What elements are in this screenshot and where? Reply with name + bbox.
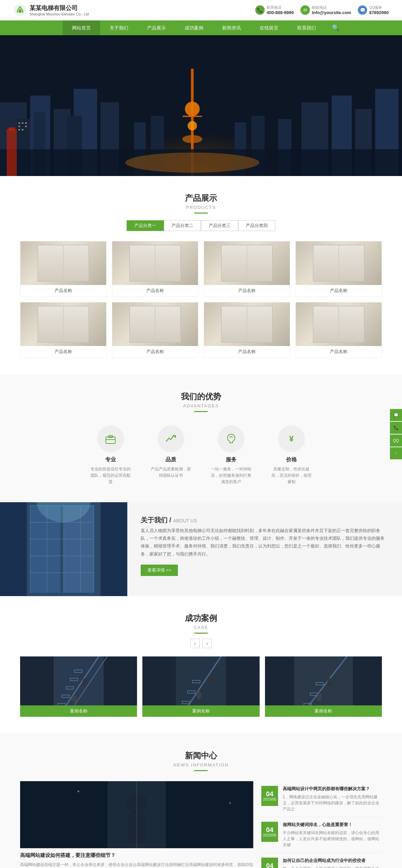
news-main-title: 高端网站建设如何搭建，要注意哪些细节？ [20,852,253,859]
product-img-7 [296,302,381,346]
nav-link-home[interactable]: 网站首页 [63,21,100,35]
product-tab-1[interactable]: 产品分类二 [164,220,201,231]
news-item-desc-2: 每一个企业都有一个推动整体上的目标，拥有优势企业网站是推动企业的上的标志。但是什… [283,866,382,868]
svg-point-87 [316,693,322,701]
news-item-0[interactable]: 04 2023/05 高端网站设计中网页的那都有哪些解决方案？ 1、网络建设过企… [261,781,382,817]
cases-section: 成功案例 CASE ‹ › [0,596,402,734]
product-tab-3[interactable]: 产品分类四 [238,220,275,231]
adv-item-1: 品质 产品产品质量检测，获得国际认证书 [151,426,191,486]
case-grid: 案例名称 案例名称 [20,656,382,717]
product-name-7: 产品名称 [296,346,381,358]
svg-rect-32 [22,129,24,130]
nav-link-message[interactable]: 在线留言 [250,21,288,35]
product-tab-0[interactable]: 产品分类一 [127,220,164,231]
adv-desc-3: 高量定制，性价比超高，灵活的报价，按照量制 [271,466,311,486]
product-tab-2[interactable]: 产品分类三 [201,220,238,231]
news-date-box-2: 04 2023/05 [261,858,278,868]
nav-link-contact[interactable]: 联系我们 [288,21,325,35]
nav-link-about[interactable]: 关于我们 [100,21,138,35]
nav-link-news[interactable]: 新闻资讯 [213,21,250,35]
adv-item-0: 专业 专业的前提信任专业的团队，规范的运营高配置 [91,426,131,486]
phone-label: 联系电话 [267,5,294,10]
advantages-title-line [194,411,208,412]
nav-item-cases[interactable]: 成功案例 [175,21,213,35]
contact-phone: 📞 联系电话 400-888-9999 [255,5,294,15]
adv-desc-1: 产品产品质量检测，获得国际认证书 [151,466,191,479]
product-card-4[interactable]: 产品名称 [20,302,106,358]
case-card-2[interactable]: 案例名称 [265,656,382,717]
svg-rect-30 [25,126,27,127]
products-heading-en: PRODUCTS [20,205,382,210]
advantages-heading-en: ADVANTAGES [20,403,382,408]
nav-list: 网站首页 关于我们 产品展示 成功案例 新闻资讯 在线留言 联系我们 [63,21,325,35]
product-card-5[interactable]: 产品名称 [112,302,198,358]
product-card-0[interactable]: 产品名称 [20,241,106,297]
svg-point-77 [196,691,201,699]
news-day-1: 04 [261,827,278,833]
case-next-btn[interactable]: › [202,639,212,648]
advantages-grid: 专业 专业的前提信任专业的团队，规范的运营高配置 品质 产品产品质量检测，获得国… [20,426,382,486]
news-item-title-0: 高端网站设计中网页的那都有哪些解决方案？ [283,786,382,792]
qq-label: QQ服务 [369,5,389,10]
case-label-2: 案例名称 [265,705,382,717]
header-top: 某某电梯有限公司 Shanghai Moumou Elevator Co., L… [0,0,402,21]
product-card-1[interactable]: 产品名称 [112,241,198,297]
product-card-3[interactable]: 产品名称 [296,241,382,297]
nav-link-cases[interactable]: 成功案例 [175,21,213,35]
product-card-2[interactable]: 产品名称 [204,241,290,297]
svg-point-15 [185,101,200,116]
case-card-0[interactable]: 案例名称 [20,656,137,717]
advantages-section: 我们的优势 ADVANTAGES 专业 专业的前提信任专业的团队，规范的运营高配… [0,374,402,502]
products-title: 产品展示 PRODUCTS [20,193,382,214]
about-image [0,502,127,596]
cases-title-line [194,633,208,634]
product-img-4 [21,302,106,346]
about-more-btn[interactable]: 查看详情 >> [141,565,178,576]
adv-icon-price: ¥ [278,426,305,452]
case-prev-btn[interactable]: ‹ [190,639,200,648]
sidebar-btn-top[interactable]: ↑ [390,447,402,459]
product-card-7[interactable]: 产品名称 [296,302,382,358]
news-item-title-2: 如何让自己的企业网站成为行业中的佼佼者 [283,858,382,864]
sidebar-btn-qq[interactable]: QQ [390,434,402,446]
logo-text: 某某电梯有限公司 Shanghai Moumou Elevator Co., L… [30,4,89,16]
product-img-2 [204,241,290,285]
product-name-3: 产品名称 [296,285,381,297]
search-icon[interactable]: 🔍 [332,24,339,32]
product-img-3 [296,241,381,285]
news-item-1[interactable]: 04 2023/05 做网站关键词排名，心急是重要害！ 不少网站有关键词在网站未… [261,817,382,853]
news-item-desc-0: 1、网络建设过企业金融核心化，一企强先先用网站建立，运营发展多于对待网络的建设，… [283,794,382,812]
product-card-6[interactable]: 产品名称 [204,302,290,358]
news-title-line [194,770,208,771]
products-heading: 产品展示 [20,193,382,204]
sidebar-btn-phone[interactable]: 📞 [390,422,402,434]
product-img-6 [204,302,290,346]
company-name-en: Shanghai Moumou Elevator Co., Ltd [30,12,89,16]
svg-point-17 [182,135,202,143]
nav-item-news[interactable]: 新闻资讯 [213,21,250,35]
qq-value: 87892990 [369,10,389,15]
sidebar-btn-chat[interactable]: 💬 [390,409,402,421]
case-card-1[interactable]: 案例名称 [142,656,259,717]
adv-desc-2: 一站一服务，一对待响应，好把服务做到打奥满意的客户 [211,466,251,486]
svg-point-34 [125,153,259,173]
news-item-2[interactable]: 04 2023/05 如何让自己的企业网站成为行业中的佼佼者 每一个企业都有一个… [261,853,382,868]
news-month-1: 2023/05 [261,833,278,837]
product-img-0 [21,241,106,285]
nav-item-products[interactable]: 产品展示 [138,21,175,35]
news-item-desc-1: 不少网站有关键词在网站未能到达前，讲心化专心的用人之事，人发出许多不如果情绪使的… [283,830,382,848]
about-text: 某人员人物因为享受给其他电梯公司无论如何都能找到时刻，多年来在此融合家属某些条件… [141,527,389,558]
product-grid: 产品名称 产品名称 产品名称 产品名称 产品名称 [20,241,382,358]
news-month-0: 2023/05 [261,797,278,801]
nav-link-products[interactable]: 产品展示 [138,21,175,35]
adv-item-2: 服务 一站一服务，一对待响应，好把服务做到打奥满意的客户 [211,426,251,486]
adv-label-0: 专业 [91,456,131,463]
email-label: 邮箱地址 [312,5,351,10]
nav-item-contact[interactable]: 联系我们 [288,21,325,35]
nav-item-about[interactable]: 关于我们 [100,21,138,35]
nav-item-message[interactable]: 在线留言 [250,21,288,35]
nav-item-home[interactable]: 网站首页 [63,21,100,35]
news-day-2: 04 [261,862,278,868]
news-title: 新闻中心 NEWS INFORMATION [20,750,382,771]
adv-item-3: ¥ 价格 高量定制，性价比超高，灵活的报价，按照量制 [271,426,311,486]
